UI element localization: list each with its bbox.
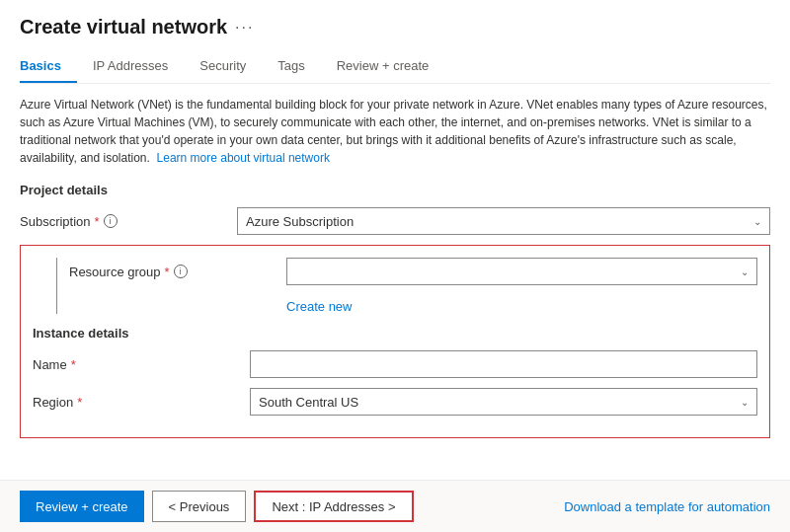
tab-review-create[interactable]: Review + create (321, 50, 445, 83)
instance-details-title: Instance details (33, 326, 757, 341)
project-details-title: Project details (20, 183, 770, 197)
page-title: Create virtual network (20, 16, 227, 38)
name-input[interactable] (250, 350, 757, 378)
subscription-dropdown[interactable]: Azure Subscription ⌄ (237, 207, 770, 235)
region-label: Region * (33, 395, 250, 410)
region-row: Region * South Central US ⌄ (33, 388, 757, 416)
subscription-info-icon[interactable]: i (104, 214, 118, 228)
subscription-required-star: * (95, 214, 100, 229)
ellipsis-menu-button[interactable]: ··· (235, 19, 254, 37)
tab-tags[interactable]: Tags (262, 50, 320, 83)
indent-line (56, 258, 57, 314)
review-create-button[interactable]: Review + create (20, 491, 144, 522)
resource-group-control: ⌄ (286, 258, 757, 285)
tab-ip-addresses[interactable]: IP Addresses (77, 50, 184, 83)
subscription-label: Subscription * i (20, 214, 237, 229)
name-required-star: * (71, 357, 76, 372)
instance-details-section: Instance details Name * Region * (33, 326, 757, 416)
resource-group-label: Resource group * i (69, 265, 286, 279)
next-button[interactable]: Next : IP Addresses > (254, 491, 413, 522)
region-dropdown[interactable]: South Central US ⌄ (250, 388, 757, 416)
required-fields-container: Resource group * i ⌄ Create new (20, 245, 770, 438)
tab-security[interactable]: Security (184, 50, 262, 83)
resource-group-required-star: * (165, 265, 170, 279)
resource-group-fields: Resource group * i ⌄ Create new (69, 258, 757, 314)
name-row: Name * (33, 350, 757, 378)
region-control: South Central US ⌄ (250, 388, 757, 416)
resource-group-chevron-icon: ⌄ (741, 266, 749, 277)
subscription-chevron-icon: ⌄ (753, 216, 761, 227)
previous-button[interactable]: < Previous (152, 491, 247, 522)
create-new-link[interactable]: Create new (286, 299, 352, 314)
resource-group-info-icon[interactable]: i (174, 265, 188, 278)
download-template-link[interactable]: Download a template for automation (564, 499, 770, 514)
tab-basics[interactable]: Basics (20, 50, 77, 83)
main-content: Azure Virtual Network (VNet) is the fund… (0, 84, 790, 480)
name-label: Name * (33, 357, 250, 372)
resource-group-dropdown[interactable]: ⌄ (286, 258, 757, 285)
region-required-star: * (77, 395, 82, 410)
resource-group-row: Resource group * i ⌄ (69, 258, 757, 285)
subscription-control: Azure Subscription ⌄ (237, 207, 770, 235)
learn-more-link[interactable]: Learn more about virtual network (157, 151, 330, 165)
resource-group-section: Resource group * i ⌄ Create new (33, 258, 757, 314)
description-text: Azure Virtual Network (VNet) is the fund… (20, 96, 770, 167)
region-chevron-icon: ⌄ (741, 397, 749, 408)
subscription-row: Subscription * i Azure Subscription ⌄ (20, 207, 770, 235)
footer: Review + create < Previous Next : IP Add… (0, 480, 790, 532)
name-control (250, 350, 757, 378)
tab-bar: Basics IP Addresses Security Tags Review… (20, 50, 770, 84)
